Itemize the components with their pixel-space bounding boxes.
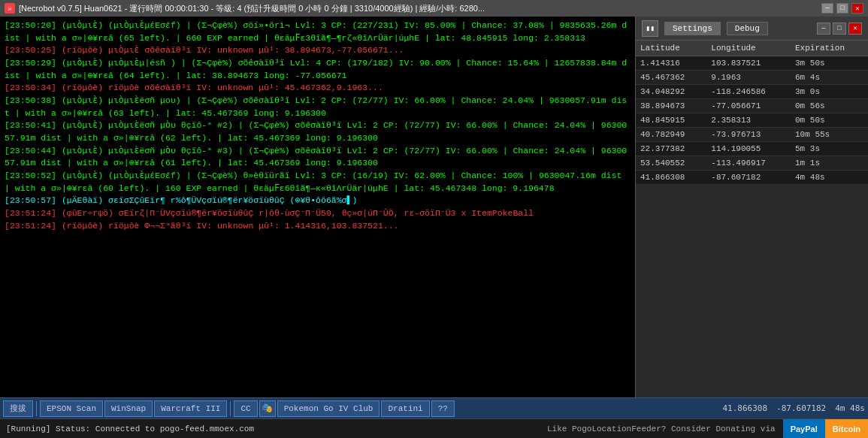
- table-row: 40.782949-73.97671310m 55s: [636, 128, 868, 142]
- panel-maximize-btn[interactable]: □: [833, 23, 846, 35]
- terminal-line: [23:50:29] (μιὸμιὲ) μιὸμιὲμ|ésñ ) | (Σ¬Ç…: [5, 57, 631, 82]
- cell-expiration: 10m 55s: [791, 128, 868, 142]
- taskbar-center-0[interactable]: CC: [234, 400, 257, 417]
- cell-expiration: 6m 4s: [791, 71, 868, 85]
- taskbar-sep-0: [36, 401, 37, 416]
- paypal-button[interactable]: PayPal: [783, 419, 825, 439]
- cell-longitude: -118.246586: [706, 85, 791, 99]
- panel-close-btn[interactable]: ✕: [848, 23, 862, 35]
- right-panel-header: ▮▮ Settings Debug — □ ✕: [636, 17, 868, 41]
- table-row: 22.377382114.1900555m 3s: [636, 142, 868, 156]
- cell-latitude: 53.540552: [636, 156, 706, 171]
- minimize-button[interactable]: —: [821, 3, 833, 14]
- table-row: 45.4673629.19636m 4s: [636, 71, 868, 85]
- col-latitude: Latitude: [636, 41, 706, 56]
- cell-longitude: -77.056671: [706, 99, 791, 113]
- table-row: 34.048292-118.2465863m 0s: [636, 85, 868, 99]
- cell-expiration: 0m 50s: [791, 113, 868, 128]
- taskbar-btn-3[interactable]: Warcraft III: [154, 400, 227, 417]
- cell-expiration: 3m 50s: [791, 56, 868, 71]
- col-longitude: Longitude: [706, 41, 791, 56]
- taskbar-lat: 41.866308: [722, 403, 767, 413]
- taskbar-sep-1: [230, 401, 231, 416]
- cell-latitude: 41.866308: [636, 171, 706, 185]
- taskbar-btn-1[interactable]: EPSON Scan: [40, 400, 103, 417]
- cell-latitude: 34.048292: [636, 85, 706, 99]
- cell-expiration: 4m 48s: [791, 171, 868, 185]
- terminal-line: [23:50:34] (rïöμôè) rïöμôè σõêσàïθ³ï IV:…: [5, 82, 631, 95]
- table-row: 41.866308-87.6071824m 48s: [636, 171, 868, 185]
- table-row: 48.8459152.3583130m 50s: [636, 113, 868, 128]
- cell-longitude: -73.976713: [706, 128, 791, 142]
- taskbar-right: 41.866308 -87.607182 4m 48s: [722, 403, 865, 413]
- terminal-line: [23:50:44] (μιὸμιὲ) μιὸμιὲëσñ μὸυ θçïô-ᵃ…: [5, 145, 631, 170]
- panel-controls: — □ ✕: [817, 23, 862, 35]
- tab-debug[interactable]: Debug: [727, 22, 768, 35]
- taskbar-btn-2[interactable]: WinSnap: [104, 400, 153, 417]
- table-row: 1.414316103.8375213m 50s: [636, 56, 868, 71]
- taskbar-icon-0[interactable]: 🎭: [259, 400, 276, 417]
- cell-latitude: 40.782949: [636, 128, 706, 142]
- panel-minimize-btn[interactable]: —: [817, 23, 830, 35]
- taskbar-lon: -87.607182: [776, 403, 826, 413]
- location-table: Latitude Longitude Expiration 1.41431610…: [636, 41, 868, 397]
- terminal-line: [23:51:24] (rïöμôè) rïöμôè Φ¬¬Σᵃãθ³ï IV:…: [5, 220, 631, 233]
- cell-expiration: 3m 0s: [791, 85, 868, 99]
- status-text: [Running] Status: Connected to pogo-feed…: [0, 424, 540, 433]
- table-row: 38.894673-77.0566710m 56s: [636, 99, 868, 113]
- cell-longitude: -113.496917: [706, 156, 791, 171]
- cell-longitude: 103.837521: [706, 56, 791, 71]
- tab-settings[interactable]: Settings: [664, 22, 721, 35]
- donate-text: Like PogoLocationFeeder? Consider Donati…: [540, 424, 783, 433]
- title-bar-text: [Necrobot v0.7.5] Huan0621 - 運行時間 00:00:…: [19, 3, 485, 14]
- status-bar: [Running] Status: Connected to pogo-feed…: [0, 418, 868, 438]
- col-expiration: Expiration: [791, 41, 868, 56]
- cell-expiration: 0m 56s: [791, 99, 868, 113]
- cell-longitude: -87.607182: [706, 171, 791, 185]
- title-bar-controls: — □ ✕: [821, 3, 863, 14]
- terminal-line: [23:50:57] (μÄΕθàï) σεïσΣÇûΕïr¶ r%ô¶ÜVçσ…: [5, 195, 631, 207]
- cell-expiration: 1m 1s: [791, 156, 868, 171]
- taskbar-center-3[interactable]: Dratini: [381, 400, 429, 417]
- cell-expiration: 5m 3s: [791, 142, 868, 156]
- cell-latitude: 45.467362: [636, 71, 706, 85]
- terminal-line: [23:50:52] (μιὸμιὲ) (μιὸμιὲμέΕσέf) | (Σ¬…: [5, 170, 631, 195]
- table-row: 53.540552-113.4969171m 1s: [636, 156, 868, 171]
- taskbar-center-2[interactable]: Pokemon Go IV Club: [277, 400, 380, 417]
- cell-latitude: 48.845915: [636, 113, 706, 128]
- bitcoin-button[interactable]: Bitcoin: [825, 419, 868, 439]
- terminal-line: [23:50:38] (μιὸμιὲ) μιὸμιὲëσñ μου) | (Σ¬…: [5, 95, 631, 119]
- pause-button[interactable]: ▮▮: [642, 20, 658, 37]
- cell-latitude: 22.377382: [636, 142, 706, 156]
- cell-longitude: 9.1963: [706, 71, 791, 85]
- cell-latitude: 38.894673: [636, 99, 706, 113]
- cell-latitude: 1.414316: [636, 56, 706, 71]
- terminal: [23:50:20] (μιὸμιὲ) (μιὸμιὲμέΕσέf) | (Σ¬…: [0, 17, 635, 397]
- title-bar-left: ☠ [Necrobot v0.7.5] Huan0621 - 運行時間 00:0…: [5, 3, 485, 14]
- main-layout: [23:50:20] (μιὸμιὲ) (μιὸμιὲμέΕσέf) | (Σ¬…: [0, 17, 868, 397]
- taskbar-center-4[interactable]: ??: [431, 400, 455, 417]
- terminal-line: [23:50:41] (μιὸμιὲ) μιὸμιὲëσñ μὸυ θçïô-ᵃ…: [5, 119, 631, 144]
- app-icon: ☠: [5, 3, 15, 14]
- terminal-line: [23:51:24] (φûΕr÷rψö) σΕïrζ|Π⁻ÜVçσïú®¶ër…: [5, 207, 631, 220]
- close-button[interactable]: ✕: [851, 3, 863, 14]
- taskbar: 搜拔 EPSON Scan WinSnap Warcraft III CC 🎭 …: [0, 397, 868, 418]
- status-right: Like PogoLocationFeeder? Consider Donati…: [540, 419, 868, 439]
- maximize-button[interactable]: □: [836, 3, 848, 14]
- title-bar: ☠ [Necrobot v0.7.5] Huan0621 - 運行時間 00:0…: [0, 0, 868, 17]
- right-panel: ▮▮ Settings Debug — □ ✕ Latitude Longitu…: [635, 17, 868, 397]
- cell-longitude: 114.190055: [706, 142, 791, 156]
- terminal-line: [23:50:25] (rïöμôè) μιὸμιὲ σõêσàïθ³ï IV:…: [5, 44, 631, 57]
- taskbar-btn-0[interactable]: 搜拔: [3, 400, 33, 417]
- taskbar-exp: 4m 48s: [835, 403, 865, 413]
- cell-longitude: 2.358313: [706, 113, 791, 128]
- terminal-line: [23:50:20] (μιὸμιὲ) (μιὸμιὲμέΕσέf) | (Σ¬…: [5, 20, 631, 44]
